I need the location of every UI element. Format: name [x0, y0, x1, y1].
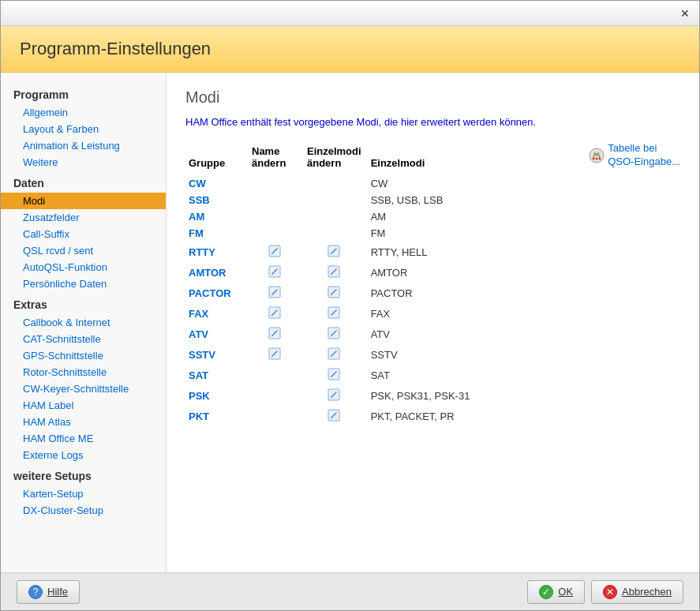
sidebar-item-callbook-internet[interactable]: Callbook & Internet	[1, 314, 166, 331]
edit-icon[interactable]	[327, 285, 341, 299]
edit-icon[interactable]	[327, 306, 341, 320]
svg-point-3	[599, 157, 601, 159]
footer: ? Hilfe ✓ OK ✕ Abbrechen	[1, 572, 699, 610]
einzelmodi-text: PACTOR	[368, 283, 680, 303]
table-row: SSTV SSTV	[185, 344, 680, 365]
einzelmodi-aendern-cell	[304, 192, 368, 208]
sidebar-item-ham-atlas[interactable]: HAM Atlas	[1, 414, 166, 430]
footer-right: ✓ OK ✕ Abbrechen	[527, 580, 683, 604]
col-header-name-aendern: Nameändern	[249, 142, 304, 175]
edit-icon[interactable]	[327, 367, 341, 381]
modi-table: Gruppe Nameändern Einzelmodiändern Einze…	[185, 142, 680, 426]
mode-gruppe: SSTV	[185, 344, 249, 365]
edit-icon[interactable]	[268, 285, 282, 299]
edit-icon[interactable]	[268, 244, 282, 258]
table-row: PACTOR PACTOR	[185, 283, 680, 303]
einzelmodi-text: RTTY, HELL	[368, 242, 680, 262]
table-row: FAX FAX	[185, 303, 680, 324]
einzelmodi-text: SSTV	[368, 344, 680, 365]
einzelmodi-text: FAX	[368, 303, 680, 324]
edit-icon[interactable]	[327, 326, 341, 340]
ok-icon: ✓	[539, 585, 553, 599]
einzelmodi-text: ATV	[368, 324, 680, 344]
sidebar-item-allgemein[interactable]: Allgemein	[1, 104, 166, 121]
sidebar-item-karten-setup[interactable]: Karten-Setup	[1, 485, 166, 502]
sidebar-item-qsl-rcvd-sent[interactable]: QSL rcvd / sent	[1, 242, 166, 259]
edit-icon[interactable]	[327, 388, 341, 402]
sidebar-item-ham-office-me[interactable]: HAM Office ME	[1, 430, 166, 447]
edit-icon[interactable]	[327, 264, 341, 279]
name-aendern-cell	[249, 175, 304, 192]
close-button[interactable]: ✕	[677, 6, 693, 21]
ok-button[interactable]: ✓ OK	[527, 580, 585, 604]
name-aendern-cell	[249, 208, 304, 225]
col-header-gruppe: Gruppe	[185, 142, 249, 175]
sidebar-item-modi[interactable]: Modi	[1, 193, 166, 209]
sidebar-item-gps-schnittstelle[interactable]: GPS-Schnittstelle	[1, 347, 166, 364]
sidebar-item-cw-keyer-schnittstelle[interactable]: CW-Keyer-Schnittstelle	[1, 380, 166, 397]
einzelmodi-aendern-cell	[304, 262, 368, 283]
name-aendern-cell	[249, 192, 304, 208]
sidebar-item-externe-logs[interactable]: Externe Logs	[1, 447, 166, 463]
sidebar-item-layout-farben[interactable]: Layout & Farben	[1, 121, 166, 137]
edit-icon[interactable]	[268, 326, 282, 340]
einzelmodi-aendern-cell	[304, 242, 368, 262]
name-aendern-cell	[249, 242, 304, 262]
mode-gruppe: CW	[185, 175, 249, 192]
edit-icon[interactable]	[327, 244, 341, 258]
einzelmodi-aendern-cell	[304, 208, 368, 225]
mode-gruppe: PKT	[185, 406, 249, 426]
table-row: RTTY RTTY, HELL	[185, 242, 680, 262]
name-aendern-cell	[249, 385, 304, 406]
edit-icon[interactable]	[268, 264, 282, 279]
sidebar-item-weitere[interactable]: Weitere	[1, 154, 166, 171]
sidebar-item-animation-leistung[interactable]: Animation & Leistung	[1, 137, 166, 154]
einzelmodi-aendern-cell	[304, 406, 368, 426]
sidebar-item-zusatzfelder[interactable]: Zusatzfelder	[1, 209, 166, 226]
sidebar-item-cat-schnittstelle[interactable]: CAT-Schnittstelle	[1, 331, 166, 347]
einzelmodi-aendern-cell	[304, 283, 368, 303]
name-aendern-cell	[249, 344, 304, 365]
help-button[interactable]: ? Hilfe	[17, 580, 80, 604]
sidebar-item-autoqsl-funktion[interactable]: AutoQSL-Funktion	[1, 259, 166, 276]
qso-eingabe-link[interactable]: Tabelle beiQSO-Eingabe...	[589, 142, 680, 169]
name-aendern-cell	[249, 303, 304, 324]
table-wrapper: Tabelle beiQSO-Eingabe... Gruppe Nameänd…	[185, 142, 680, 426]
title-bar: ✕	[1, 1, 699, 26]
mode-gruppe: PACTOR	[185, 283, 249, 303]
sidebar-section-programm: Programm	[1, 82, 166, 104]
edit-icon[interactable]	[327, 347, 341, 361]
sidebar: Programm Allgemein Layout & Farben Anima…	[1, 73, 167, 572]
name-aendern-cell	[249, 225, 304, 242]
main-content: Modi HAM Office enthält fest vorgegebene…	[167, 73, 699, 572]
mode-gruppe: SAT	[185, 365, 249, 385]
mode-gruppe: FM	[185, 225, 249, 242]
help-label: Hilfe	[47, 586, 68, 598]
name-aendern-cell	[249, 406, 304, 426]
mode-gruppe: RTTY	[185, 242, 249, 262]
sidebar-item-call-suffix[interactable]: Call-Suffix	[1, 226, 166, 242]
edit-icon[interactable]	[327, 408, 341, 422]
cancel-icon: ✕	[603, 585, 617, 599]
einzelmodi-text: AMTOR	[368, 262, 680, 283]
table-row: FMFM	[185, 225, 680, 242]
einzelmodi-text: CW	[368, 175, 680, 192]
sidebar-item-ham-label[interactable]: HAM Label	[1, 397, 166, 414]
main-window: ✕ Programm-Einstellungen Programm Allgem…	[0, 0, 700, 611]
sidebar-item-rotor-schnittstelle[interactable]: Rotor-Schnittstelle	[1, 364, 166, 380]
edit-icon[interactable]	[268, 306, 282, 320]
mode-gruppe: PSK	[185, 385, 249, 406]
mode-gruppe: AM	[185, 208, 249, 225]
einzelmodi-aendern-cell	[304, 324, 368, 344]
sidebar-item-dx-cluster-setup[interactable]: DX-Cluster-Setup	[1, 502, 166, 519]
edit-icon[interactable]	[268, 347, 282, 361]
mode-gruppe: SSB	[185, 192, 249, 208]
mode-gruppe: ATV	[185, 324, 249, 344]
einzelmodi-text: SAT	[368, 365, 680, 385]
help-icon: ?	[28, 585, 43, 599]
cancel-button[interactable]: ✕ Abbrechen	[591, 580, 683, 604]
einzelmodi-text: FM	[368, 225, 680, 242]
sidebar-item-persoenliche-daten[interactable]: Persönliche Daten	[1, 276, 166, 292]
table-row: SAT SAT	[185, 365, 680, 385]
table-row: PKT PKT, PACKET, PR	[185, 406, 680, 426]
